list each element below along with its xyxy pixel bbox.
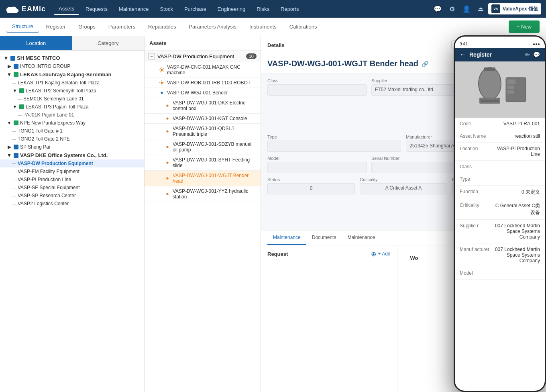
phone-model-label: Model — [460, 270, 492, 276]
tab-maintenance2[interactable]: Maintenance — [342, 231, 381, 245]
asset-group-name: VASP-DW Production Equipment — [157, 53, 234, 59]
tab-parameters-analysis[interactable]: Parameters Analysis — [183, 21, 242, 32]
settings-icon[interactable]: ⚙ — [446, 3, 458, 14]
tree-item-vasp-fm[interactable]: — VASP-FM Facility Equipment — [0, 167, 144, 176]
asset-item-wgj[interactable]: VASP-DW-WGJ-001 Bender — [145, 88, 261, 98]
nav-stock[interactable]: Stock — [155, 4, 178, 14]
criticality-input[interactable]: A Critical Asset A — [360, 183, 447, 194]
tree-item-sem01k[interactable]: — SEM01K Semenyih Lane 01 — [0, 95, 144, 103]
asset-item-rob[interactable]: VASP-DW-ROB-001 IRB 1100 ROBOT — [145, 78, 261, 88]
nav-purchase[interactable]: Purchase — [179, 4, 211, 14]
tree-item-vasp-dw[interactable]: — VASP-DW Production Equipment — [0, 159, 144, 167]
asset-item-sdzyb[interactable]: VASP-DW-WGJ-001-SDZYB manual oil pump — [145, 139, 261, 155]
expand-icon: ▼ — [12, 104, 18, 110]
nav-reports[interactable]: Reports — [276, 4, 304, 14]
asset-item-kgt[interactable]: VASP-DW-WGJ-001-KGT Console — [145, 114, 261, 124]
tree-item-vasp-sp[interactable]: — VASP-SP Research Center — [0, 192, 144, 200]
category-toggle-btn[interactable]: Category — [72, 36, 145, 50]
phone-nav-bar: ← Register ✏ 💬 — [455, 48, 545, 61]
tree-item-npe[interactable]: ▼ NPE New Pantai Express Way — [0, 119, 144, 127]
external-link-icon[interactable]: 🔗 — [422, 61, 428, 67]
asset-group-header[interactable]: − VASP-DW Production Equipment 10 — [145, 51, 261, 62]
tree-item-lekas-tp2[interactable]: ▼ LEKAS-TP2 Semenyih Toll Plaza — [0, 87, 144, 95]
tree-item-sh-mesc[interactable]: ▼ SH MESC TNTCO — [0, 54, 144, 62]
phone-row-function: Function 0 未定义 — [455, 186, 545, 199]
class-input[interactable] — [267, 84, 367, 96]
type-label: Type — [267, 135, 401, 139]
request-section: Request ⊕ + Add — [261, 245, 397, 266]
left-panel: Location Category ▼ SH MESC TNTCO ▶ INTC… — [0, 36, 145, 392]
nav-risks[interactable]: Risks — [252, 4, 274, 14]
model-input[interactable] — [267, 162, 367, 173]
tree-item-vasp-se[interactable]: — VASP-SE Special Equipment — [0, 184, 144, 192]
gear-icon — [165, 129, 170, 134]
phone-supplier-value: 007 Lockheed Martin Space Systems Compan… — [492, 223, 540, 240]
svg-point-4 — [161, 69, 163, 71]
tab-parameters[interactable]: Parameters — [103, 21, 141, 32]
asset-item-label: VASP-DW-WGJ-001-SDZYB manual oil pump — [173, 141, 257, 153]
nav-requests[interactable]: Requests — [81, 4, 112, 14]
asset-item-syht[interactable]: VASP-DW-WGJ-001-SYHT Feeding slide — [145, 155, 261, 171]
location-toggle-btn[interactable]: Location — [0, 36, 72, 50]
tab-calibrations[interactable]: Calibrations — [284, 21, 323, 32]
tab-instruments[interactable]: Instruments — [244, 21, 282, 32]
tab-groups[interactable]: Groups — [73, 21, 101, 32]
tree-item-vasp2[interactable]: — VASP2 Logistics Center — [0, 200, 144, 208]
tree-node-icon — [10, 56, 15, 61]
tab-documents[interactable]: Documents — [306, 231, 342, 245]
dash-icon: — — [12, 81, 16, 85]
asset-item-dkx[interactable]: VASP-DW-WGJ-001-DKX Electric control box — [145, 98, 261, 114]
tree-node-icon — [14, 120, 18, 125]
new-button[interactable]: + New — [509, 20, 540, 33]
tree-item-tgno1[interactable]: — TGNO1 Toll Gate # 1 — [0, 127, 144, 135]
gear-icon — [159, 67, 165, 73]
tree-item-label: TGNO2 Toll Gate 2 NPE — [18, 136, 70, 142]
nav-engineering[interactable]: Engineering — [213, 4, 250, 14]
logo[interactable]: EAMic — [5, 3, 46, 14]
status-input[interactable]: 0 — [267, 183, 355, 194]
asset-item-label: VASP-DW-WGJ-001 Bender — [167, 90, 228, 96]
asset-item-yyz[interactable]: VASP-DW-WGJ-001-YYZ hydraulic station — [145, 186, 261, 202]
nav-maintenance[interactable]: Maintenance — [114, 4, 153, 14]
tree-item-paj01k[interactable]: — PAJ01K Pajam Lane 01 — [0, 111, 144, 119]
tree-item-vasp-dke[interactable]: ▼ VASP DKE Office Systems Co., Ltd. — [0, 151, 144, 159]
asset-item-qdslj[interactable]: VASP-DW-WGJ-001-QDSLJ Pneumatic triple — [145, 124, 261, 139]
gear-icon — [159, 90, 165, 96]
expand-icon: ▼ — [6, 120, 12, 126]
asset-item-label: VASP-DW-WGJ-001-YYZ hydraulic station — [173, 188, 257, 200]
phone-back-button[interactable]: ← — [460, 51, 466, 58]
tab-structure[interactable]: Structure — [6, 21, 39, 33]
phone-overlay: 9:41 ●●● ← Register ✏ 💬 — [454, 35, 546, 392]
logout-icon[interactable]: ⏏ — [475, 3, 487, 14]
type-input[interactable] — [267, 141, 401, 152]
tree-item-tgno2[interactable]: — TGNO2 Toll Gate 2 NPE — [0, 135, 144, 143]
value-apex-badge[interactable]: VA ValueApex 领值 — [488, 3, 541, 14]
tab-register[interactable]: Register — [41, 21, 71, 32]
phone-edit-icon[interactable]: ✏ — [525, 51, 530, 58]
phone-status-bar: 9:41 ●●● — [455, 40, 545, 48]
tree-item-vasp-pi[interactable]: — VASP-PI Production Line — [0, 176, 144, 184]
request-title: Request — [267, 251, 288, 257]
svg-point-8 — [166, 117, 168, 119]
add-request-button[interactable]: ⊕ + Add — [371, 250, 390, 258]
tree-item-lekas-tp1[interactable]: — LEKAS-TP1 Kajang Selatan Toll Plaza — [0, 79, 144, 87]
user-icon[interactable]: 👤 — [461, 3, 472, 14]
tree-item-intco[interactable]: ▶ INTCO INTRO GROUP — [0, 62, 144, 70]
tree-item-label: VASP DKE Office Systems Co., Ltd. — [20, 152, 108, 158]
nav-assets[interactable]: Assets — [54, 3, 79, 15]
tab-repairables[interactable]: Repairables — [143, 21, 181, 32]
phone-function-value: 0 未定义 — [492, 189, 540, 196]
phone-screen: 9:41 ●●● ← Register ✏ 💬 — [455, 37, 545, 391]
phone-row-criticality: Criticality C General Asset C类设备 — [455, 199, 545, 220]
tree-item-sp[interactable]: ▶ SP Sheng Pai — [0, 143, 144, 151]
add-label: + Add — [378, 251, 390, 257]
asset-item-wgjt[interactable]: VASP-DW-WGJ-001-WGJT Bender head — [145, 171, 261, 186]
phone-chat-icon[interactable]: 💬 — [533, 51, 540, 58]
tree-item-lekas-tp3[interactable]: ▼ LEKAS-TP3 Pajam Toll Plaza — [0, 103, 144, 111]
tab-maintenance[interactable]: Maintenance — [267, 231, 306, 245]
chat-icon[interactable]: 💬 — [432, 3, 443, 14]
criticality-label: Criticality — [360, 177, 447, 182]
gear-icon — [165, 176, 170, 181]
tree-item-lekas[interactable]: ▼ LEKAS Lebuhraya Kajang-Seremban — [0, 70, 144, 79]
asset-item-cnc[interactable]: VASP-DW-CNC-001 MAZAK CNC machine — [145, 62, 261, 78]
